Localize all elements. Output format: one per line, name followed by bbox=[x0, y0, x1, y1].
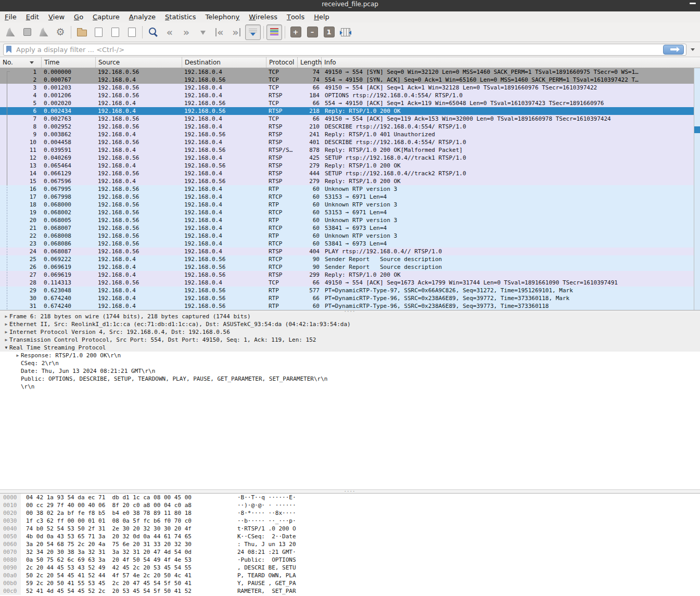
packet-row[interactable]: 130.065464192.168.0.4192.168.0.56RTSP279… bbox=[0, 162, 700, 170]
packet-row[interactable]: 160.067995192.168.0.56192.168.0.4RTP60Un… bbox=[0, 185, 700, 193]
hex-row[interactable]: 00800a 50 75 62 6c 69 63 3a 20 4f 50 54 … bbox=[0, 556, 700, 564]
start-capture-button[interactable] bbox=[3, 24, 18, 40]
menu-view[interactable]: View bbox=[44, 11, 69, 22]
detail-row[interactable]: ▶Frame 6: 218 bytes on wire (1744 bits),… bbox=[0, 313, 700, 320]
zoom-100-button[interactable]: 1 bbox=[321, 24, 337, 40]
packet-row[interactable]: 220.068008192.168.0.56192.168.0.4RTP60Un… bbox=[0, 232, 700, 240]
minimize-icon[interactable] bbox=[690, 3, 696, 4]
detail-row[interactable]: CSeq: 2\r\n bbox=[0, 359, 700, 367]
packet-row[interactable]: 180.068000192.168.0.56192.168.0.4RTP60Un… bbox=[0, 201, 700, 209]
menu-wireless[interactable]: Wireless bbox=[244, 11, 282, 22]
packet-row[interactable]: 190.068002192.168.0.56192.168.0.4RTCP605… bbox=[0, 209, 700, 216]
packet-row[interactable]: 240.068087192.168.0.56192.168.0.4RTSP404… bbox=[0, 248, 700, 255]
go-first-button[interactable]: « bbox=[212, 24, 227, 40]
detail-row[interactable]: ▶Ethernet II, Src: ReolinkI_d1:1c:ca (ec… bbox=[0, 320, 700, 328]
column-header-length[interactable]: Length bbox=[298, 57, 322, 68]
detail-row[interactable]: Public: OPTIONS, DESCRIBE, SETUP, TEARDO… bbox=[0, 375, 700, 383]
column-header-no[interactable]: No. bbox=[0, 57, 42, 68]
packet-row[interactable]: 260.069619192.168.0.4192.168.0.56RTCP90S… bbox=[0, 263, 700, 271]
hex-row[interactable]: 004074 b0 52 54 53 50 2f 31 2e 30 20 32 … bbox=[0, 525, 700, 533]
packet-row[interactable]: 210.068007192.168.0.56192.168.0.4RTCP605… bbox=[0, 224, 700, 232]
packet-row[interactable]: 140.066129192.168.0.56192.168.0.4RTSP444… bbox=[0, 170, 700, 177]
packet-row[interactable]: 110.039591192.168.0.4192.168.0.56RTSP/S…… bbox=[0, 146, 700, 154]
column-header-destination[interactable]: Destination bbox=[182, 57, 266, 68]
close-file-button[interactable] bbox=[107, 24, 123, 40]
hex-row[interactable]: 007032 34 20 30 38 3a 32 31 3a 32 31 20 … bbox=[0, 548, 700, 556]
menu-telephony[interactable]: Telephony bbox=[201, 11, 245, 22]
packet-row[interactable]: 200.068005192.168.0.56192.168.0.4RTP60Un… bbox=[0, 216, 700, 224]
packet-row[interactable]: 30.001203192.168.0.56192.168.0.4TCP66491… bbox=[0, 84, 700, 92]
expand-arrow-icon[interactable]: ▶ bbox=[3, 336, 9, 344]
packet-row[interactable]: 10.000000192.168.0.56192.168.0.4TCP74491… bbox=[0, 68, 700, 76]
packet-row[interactable]: 70.002763192.168.0.56192.168.0.4TCP66491… bbox=[0, 115, 700, 123]
packet-row[interactable]: 280.114313192.168.0.56192.168.0.4TCP6649… bbox=[0, 279, 700, 287]
expand-arrow-icon[interactable]: ▶ bbox=[3, 320, 9, 328]
detail-row[interactable]: ▶Transmission Control Protocol, Src Port… bbox=[0, 336, 700, 344]
packet-row[interactable]: 100.004458192.168.0.56192.168.0.4RTSP401… bbox=[0, 138, 700, 146]
go-forward-button[interactable]: » bbox=[179, 24, 194, 40]
packet-row[interactable]: 90.003862192.168.0.4192.168.0.56RTSP241R… bbox=[0, 131, 700, 138]
display-filter-field[interactable] bbox=[3, 44, 686, 56]
expand-arrow-icon[interactable]: ▼ bbox=[3, 344, 9, 352]
detail-row[interactable]: \r\n bbox=[0, 383, 700, 391]
colorize-button[interactable] bbox=[266, 24, 282, 40]
save-file-button[interactable] bbox=[91, 24, 106, 40]
display-filter-input[interactable] bbox=[15, 45, 663, 54]
hex-row[interactable]: 00301f c3 62 ff 00 00 01 01 08 0a 5f fc … bbox=[0, 517, 700, 525]
restart-capture-button[interactable] bbox=[36, 24, 52, 40]
detail-row[interactable]: ▶Internet Protocol Version 4, Src: 192.1… bbox=[0, 328, 700, 336]
packet-row[interactable]: 150.067596192.168.0.4192.168.0.56RTSP279… bbox=[0, 177, 700, 185]
packet-row[interactable]: 20.000767192.168.0.4192.168.0.56TCP74554… bbox=[0, 76, 700, 84]
menu-go[interactable]: Go bbox=[69, 11, 88, 22]
hex-row[interactable]: 001000 cc 29 7f 40 00 40 06 8f 20 c0 a8 … bbox=[0, 501, 700, 509]
zoom-in-button[interactable]: + bbox=[288, 24, 303, 40]
menu-file[interactable]: File bbox=[0, 11, 21, 22]
detail-row[interactable]: ▶Response: RTSP/1.0 200 OK\r\n bbox=[0, 352, 700, 359]
detail-row[interactable]: ▼Real Time Streaming Protocol bbox=[0, 344, 700, 352]
column-header-source[interactable]: Source bbox=[96, 57, 182, 68]
menu-tools[interactable]: Tools bbox=[282, 11, 309, 22]
hex-row[interactable]: 00902c 20 44 45 53 43 52 49 42 45 2c 20 … bbox=[0, 564, 700, 572]
hex-row[interactable]: 00a050 2c 20 54 45 41 52 44 4f 57 4e 2c … bbox=[0, 572, 700, 579]
auto-scroll-button[interactable] bbox=[245, 24, 261, 40]
find-packet-button[interactable] bbox=[145, 24, 161, 40]
packet-row[interactable]: 120.040269192.168.0.56192.168.0.4RTSP425… bbox=[0, 154, 700, 162]
column-header-time[interactable]: Time bbox=[42, 57, 96, 68]
go-last-button[interactable]: » bbox=[228, 24, 244, 40]
capture-options-button[interactable]: ⚙ bbox=[53, 24, 68, 40]
packet-row[interactable]: 270.069619192.168.0.4192.168.0.56RTSP299… bbox=[0, 271, 700, 279]
packet-row[interactable]: 40.001206192.168.0.56192.168.0.4RTSP184O… bbox=[0, 92, 700, 99]
packet-row[interactable]: 290.623048192.168.0.4192.168.0.56RTP577P… bbox=[0, 287, 700, 294]
packet-row[interactable]: 300.674240192.168.0.4192.168.0.56RTP66PT… bbox=[0, 294, 700, 302]
detail-row[interactable]: Date: Thu, Jun 13 2024 08:21:21 GMT\r\n bbox=[0, 367, 700, 375]
menu-edit[interactable]: Edit bbox=[21, 11, 44, 22]
hex-row[interactable]: 00603a 20 54 68 75 2c 20 4a 75 6e 20 31 … bbox=[0, 540, 700, 548]
bookmark-icon[interactable] bbox=[6, 46, 11, 53]
filter-dropdown-chevron-icon[interactable] bbox=[691, 48, 695, 51]
hex-row[interactable]: 00b059 2c 20 50 41 55 53 45 2c 20 47 45 … bbox=[0, 579, 700, 587]
reload-file-button[interactable] bbox=[124, 24, 139, 40]
resize-columns-button[interactable] bbox=[338, 24, 353, 40]
packet-row[interactable]: 250.069222192.168.0.4192.168.0.56RTCP90S… bbox=[0, 255, 700, 263]
packet-row[interactable]: 170.067998192.168.0.56192.168.0.4RTCP605… bbox=[0, 193, 700, 201]
packet-row[interactable]: 50.002020192.168.0.4192.168.0.56TCP66554… bbox=[0, 99, 700, 107]
details-bytes-splitter[interactable]: ···· bbox=[0, 489, 700, 494]
hex-row[interactable]: 002000 38 02 2a bf fe f8 b5 b4 e0 38 78 … bbox=[0, 509, 700, 517]
column-header-protocol[interactable]: Protocol bbox=[266, 57, 298, 68]
expand-arrow-icon[interactable]: ▶ bbox=[3, 313, 9, 320]
packet-row[interactable]: 80.002952192.168.0.56192.168.0.4RTSP210D… bbox=[0, 123, 700, 131]
hex-row[interactable]: 00504b 0d 0a 43 53 65 71 3a 20 32 0d 0a … bbox=[0, 533, 700, 540]
apply-filter-button[interactable] bbox=[663, 45, 684, 55]
go-to-packet-button[interactable] bbox=[195, 24, 211, 40]
packet-row[interactable]: 60.002434192.168.0.4192.168.0.56RTSP218R… bbox=[0, 107, 700, 115]
packet-row[interactable]: 230.068086192.168.0.56192.168.0.4RTCP605… bbox=[0, 240, 700, 248]
hex-row[interactable]: 000004 42 1a 93 54 da ec 71 db d1 1c ca … bbox=[0, 494, 700, 501]
go-back-button[interactable]: « bbox=[162, 24, 177, 40]
menu-statistics[interactable]: Statistics bbox=[160, 11, 200, 22]
hex-row[interactable]: 00c052 41 4d 45 54 45 52 2c 20 53 45 54 … bbox=[0, 587, 700, 595]
zoom-out-button[interactable]: – bbox=[304, 24, 320, 40]
expand-arrow-icon[interactable]: ▶ bbox=[3, 328, 9, 336]
stop-capture-button[interactable] bbox=[19, 24, 35, 40]
menu-help[interactable]: Help bbox=[309, 11, 334, 22]
expand-arrow-icon[interactable]: ▶ bbox=[15, 352, 21, 359]
